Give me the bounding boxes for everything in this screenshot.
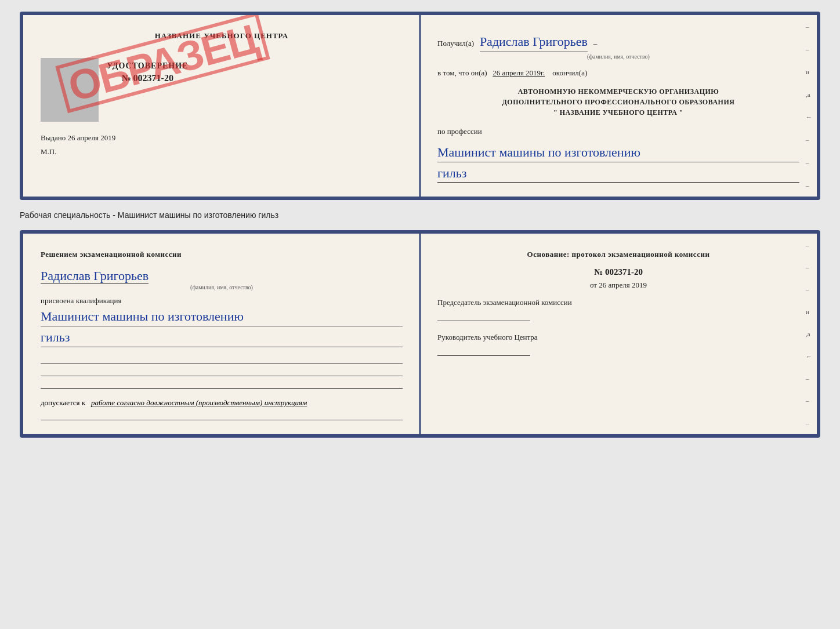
certificate-box: УДОСТОВЕРЕНИЕ № 002371-20 bbox=[41, 58, 403, 122]
top-left-half: НАЗВАНИЕ УЧЕБНОГО ЦЕНТРА УДОСТОВЕРЕНИЕ №… bbox=[23, 15, 420, 197]
received-line: Получил(а) Радислав Григорьев – (фамилия… bbox=[437, 31, 799, 61]
director-label: Руководитель учебного Центра bbox=[437, 333, 799, 342]
osnov-title: Основание: протокол экзаменационной коми… bbox=[437, 250, 799, 259]
qualification-line1-wrap: Машинист машины по изготовлению bbox=[41, 308, 403, 326]
issued-label: Выдано bbox=[41, 133, 66, 142]
received-label: Получил(а) bbox=[437, 39, 474, 48]
profession-line2-wrap: гильз bbox=[437, 165, 799, 183]
blank-lines-bottom-left bbox=[41, 353, 403, 389]
completion-date: 26 апреля 2019г. bbox=[493, 68, 545, 77]
top-left-title: НАЗВАНИЕ УЧЕБНОГО ЦЕНТРА bbox=[41, 31, 403, 41]
mp-line: М.П. bbox=[41, 147, 403, 157]
director-sig-line bbox=[437, 346, 530, 356]
qualification-text1: Машинист машины по изготовлению bbox=[41, 309, 244, 323]
org-block: АВТОНОМНУЮ НЕКОММЕРЧЕСКУЮ ОРГАНИЗАЦИЮ ДО… bbox=[437, 86, 799, 118]
top-right-half: Получил(а) Радислав Григорьев – (фамилия… bbox=[420, 15, 817, 197]
profession-label: по профессии bbox=[437, 126, 799, 138]
top-document-card: НАЗВАНИЕ УЧЕБНОГО ЦЕНТРА УДОСТОВЕРЕНИЕ №… bbox=[20, 12, 820, 200]
protocol-number: № 002371-20 bbox=[437, 267, 799, 277]
director-block: Руководитель учебного Центра bbox=[437, 333, 799, 356]
profession-text2: гильз bbox=[437, 166, 467, 180]
bottom-name-subtext: (фамилия, имя, отчество) bbox=[41, 284, 403, 290]
org-line1: АВТОНОМНУЮ НЕКОММЕРЧЕСКУЮ ОРГАНИЗАЦИЮ bbox=[437, 86, 799, 97]
photo-placeholder bbox=[41, 58, 99, 122]
date-line-top: в том, что он(а) 26 апреля 2019г. окончи… bbox=[437, 67, 799, 79]
issued-line: Выдано 26 апреля 2019 bbox=[41, 133, 403, 143]
assigned-label: присвоена квалификация bbox=[41, 296, 403, 306]
cert-info: УДОСТОВЕРЕНИЕ № 002371-20 bbox=[107, 58, 188, 83]
chairman-label: Председатель экзаменационной комиссии bbox=[437, 298, 799, 307]
profession-line1-wrap: Машинист машины по изготовлению bbox=[437, 144, 799, 162]
bottom-person-name: Радислав Григорьев bbox=[41, 268, 149, 284]
chairman-sig-line bbox=[437, 311, 530, 321]
bottom-right-half: Основание: протокол экзаменационной коми… bbox=[420, 234, 817, 434]
komissia-title: Решением экзаменационной комиссии bbox=[41, 250, 403, 259]
chairman-block: Председатель экзаменационной комиссии bbox=[437, 298, 799, 321]
in-that-label: в том, что он(а) bbox=[437, 68, 487, 77]
blank-line-3 bbox=[41, 379, 403, 389]
cert-label: УДОСТОВЕРЕНИЕ bbox=[107, 61, 188, 71]
blank-line-2 bbox=[41, 366, 403, 376]
side-dashes-top: ––и,а←––– bbox=[806, 15, 812, 197]
protocol-date: от 26 апреля 2019 bbox=[437, 281, 799, 290]
profession-text1: Машинист машины по изготовлению bbox=[437, 145, 640, 159]
допускается-text: работе согласно должностным (производств… bbox=[91, 398, 307, 407]
допускается-block: допускается к работе согласно должностны… bbox=[41, 398, 403, 408]
finished-label: окончил(а) bbox=[552, 68, 587, 77]
org-line2: ДОПОЛНИТЕЛЬНОГО ПРОФЕССИОНАЛЬНОГО ОБРАЗО… bbox=[437, 97, 799, 107]
person-name-top: Радислав Григорьев bbox=[480, 31, 588, 52]
date-prefix: от bbox=[590, 281, 597, 289]
side-dashes-bottom: –––и,а←––– bbox=[806, 234, 812, 434]
bottom-person-line: Радислав Григорьев (фамилия, имя, отчест… bbox=[41, 268, 403, 290]
protocol-date-val: 26 апреля 2019 bbox=[599, 281, 647, 289]
cert-number: № 002371-20 bbox=[121, 73, 173, 83]
name-subtext-top: (фамилия, имя, отчество) bbox=[437, 52, 799, 61]
caption-text: Рабочая специальность - Машинист машины … bbox=[20, 210, 820, 220]
profession-prefix: по профессии bbox=[437, 127, 482, 136]
qualification-line2-wrap: гильз bbox=[41, 329, 403, 347]
issued-date: 26 апреля 2019 bbox=[68, 133, 116, 142]
bottom-document-card: Решением экзаменационной комиссии Радисл… bbox=[20, 230, 820, 438]
qualification-text2: гильз bbox=[41, 330, 70, 344]
допускается-line bbox=[41, 410, 403, 420]
bottom-left-half: Решением экзаменационной комиссии Радисл… bbox=[23, 234, 420, 434]
допускается-label: допускается к bbox=[41, 398, 85, 407]
blank-line-1 bbox=[41, 353, 403, 363]
org-name: " НАЗВАНИЕ УЧЕБНОГО ЦЕНТРА " bbox=[437, 107, 799, 118]
